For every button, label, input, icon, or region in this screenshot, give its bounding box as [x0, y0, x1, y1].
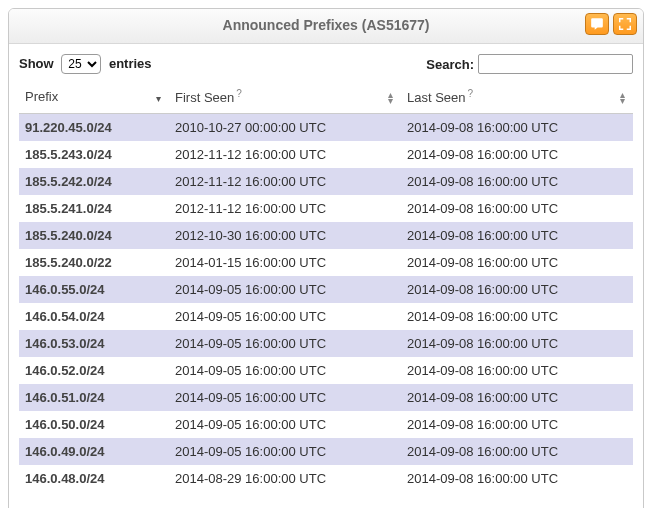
- expand-icon: [618, 17, 632, 31]
- table-row: 146.0.51.0/242014-09-05 16:00:00 UTC2014…: [19, 384, 633, 411]
- last-seen-cell: 2014-09-08 16:00:00 UTC: [401, 195, 633, 222]
- last-seen-cell: 2014-09-08 16:00:00 UTC: [401, 249, 633, 276]
- length-control: Show 25 entries: [19, 54, 152, 74]
- last-seen-cell: 2014-09-08 16:00:00 UTC: [401, 465, 633, 492]
- last-seen-cell: 2014-09-08 16:00:00 UTC: [401, 168, 633, 195]
- table-controls: Show 25 entries Search:: [19, 54, 633, 74]
- column-label: Last Seen: [407, 90, 466, 105]
- table-row: 146.0.50.0/242014-09-05 16:00:00 UTC2014…: [19, 411, 633, 438]
- first-seen-cell: 2012-11-12 16:00:00 UTC: [169, 141, 401, 168]
- last-seen-cell: 2014-09-08 16:00:00 UTC: [401, 411, 633, 438]
- first-seen-cell: 2010-10-27 00:00:00 UTC: [169, 114, 401, 142]
- comment-button[interactable]: [585, 13, 609, 35]
- first-seen-cell: 2014-09-05 16:00:00 UTC: [169, 384, 401, 411]
- prefix-cell[interactable]: 185.5.243.0/24: [19, 141, 169, 168]
- panel-body: Show 25 entries Search: Prefix: [9, 44, 643, 498]
- first-seen-cell: 2014-09-05 16:00:00 UTC: [169, 357, 401, 384]
- prefix-cell[interactable]: 146.0.53.0/24: [19, 330, 169, 357]
- prefix-cell[interactable]: 185.5.242.0/24: [19, 168, 169, 195]
- panel-header: Announced Prefixes (AS51677): [9, 9, 643, 44]
- column-header-first-seen[interactable]: First Seen?: [169, 82, 401, 114]
- prefix-cell[interactable]: 146.0.54.0/24: [19, 303, 169, 330]
- prefix-cell[interactable]: 185.5.241.0/24: [19, 195, 169, 222]
- table-row: 185.5.240.0/242012-10-30 16:00:00 UTC201…: [19, 222, 633, 249]
- table-row: 185.5.240.0/222014-01-15 16:00:00 UTC201…: [19, 249, 633, 276]
- first-seen-cell: 2012-11-12 16:00:00 UTC: [169, 168, 401, 195]
- panel-title: Announced Prefixes (AS51677): [223, 17, 430, 33]
- column-header-last-seen[interactable]: Last Seen?: [401, 82, 633, 114]
- announced-prefixes-panel: Announced Prefixes (AS51677) Show 25 ent: [8, 8, 644, 508]
- first-seen-cell: 2014-09-05 16:00:00 UTC: [169, 411, 401, 438]
- column-label: First Seen: [175, 90, 234, 105]
- last-seen-cell: 2014-09-08 16:00:00 UTC: [401, 114, 633, 142]
- first-seen-cell: 2014-09-05 16:00:00 UTC: [169, 276, 401, 303]
- last-seen-cell: 2014-09-08 16:00:00 UTC: [401, 438, 633, 465]
- first-seen-cell: 2012-11-12 16:00:00 UTC: [169, 195, 401, 222]
- sort-both-icon: [388, 92, 393, 104]
- help-icon[interactable]: ?: [468, 88, 474, 99]
- prefix-cell[interactable]: 146.0.51.0/24: [19, 384, 169, 411]
- search-label: Search:: [426, 57, 474, 72]
- table-row: 146.0.55.0/242014-09-05 16:00:00 UTC2014…: [19, 276, 633, 303]
- prefix-cell[interactable]: 146.0.52.0/24: [19, 357, 169, 384]
- table-row: 146.0.53.0/242014-09-05 16:00:00 UTC2014…: [19, 330, 633, 357]
- search-control: Search:: [426, 54, 633, 74]
- show-label-after: entries: [109, 56, 152, 71]
- table-row: 185.5.241.0/242012-11-12 16:00:00 UTC201…: [19, 195, 633, 222]
- prefix-cell[interactable]: 146.0.55.0/24: [19, 276, 169, 303]
- sort-both-icon: [620, 92, 625, 104]
- table-row: 146.0.52.0/242014-09-05 16:00:00 UTC2014…: [19, 357, 633, 384]
- first-seen-cell: 2014-09-05 16:00:00 UTC: [169, 438, 401, 465]
- last-seen-cell: 2014-09-08 16:00:00 UTC: [401, 384, 633, 411]
- prefix-cell[interactable]: 91.220.45.0/24: [19, 114, 169, 142]
- first-seen-cell: 2014-09-05 16:00:00 UTC: [169, 330, 401, 357]
- prefixes-table: Prefix First Seen? Last Seen? 91.220.45.…: [19, 82, 633, 492]
- table-row: 91.220.45.0/242010-10-27 00:00:00 UTC201…: [19, 114, 633, 142]
- fullscreen-button[interactable]: [613, 13, 637, 35]
- last-seen-cell: 2014-09-08 16:00:00 UTC: [401, 276, 633, 303]
- table-row: 146.0.49.0/242014-09-05 16:00:00 UTC2014…: [19, 438, 633, 465]
- table-row: 146.0.54.0/242014-09-05 16:00:00 UTC2014…: [19, 303, 633, 330]
- table-row: 185.5.242.0/242012-11-12 16:00:00 UTC201…: [19, 168, 633, 195]
- column-header-prefix[interactable]: Prefix: [19, 82, 169, 114]
- column-label: Prefix: [25, 89, 58, 104]
- last-seen-cell: 2014-09-08 16:00:00 UTC: [401, 357, 633, 384]
- first-seen-cell: 2014-08-29 16:00:00 UTC: [169, 465, 401, 492]
- length-select[interactable]: 25: [61, 54, 101, 74]
- prefix-cell[interactable]: 185.5.240.0/22: [19, 249, 169, 276]
- table-row: 146.0.48.0/242014-08-29 16:00:00 UTC2014…: [19, 465, 633, 492]
- first-seen-cell: 2014-01-15 16:00:00 UTC: [169, 249, 401, 276]
- first-seen-cell: 2012-10-30 16:00:00 UTC: [169, 222, 401, 249]
- table-row: 185.5.243.0/242012-11-12 16:00:00 UTC201…: [19, 141, 633, 168]
- last-seen-cell: 2014-09-08 16:00:00 UTC: [401, 141, 633, 168]
- panel-footer: Showing 1 to 14 of 14 entries ‹ ›: [9, 498, 643, 508]
- prefix-cell[interactable]: 146.0.50.0/24: [19, 411, 169, 438]
- speech-bubble-icon: [590, 17, 604, 31]
- prefix-cell[interactable]: 185.5.240.0/24: [19, 222, 169, 249]
- last-seen-cell: 2014-09-08 16:00:00 UTC: [401, 222, 633, 249]
- sort-desc-icon: [156, 92, 161, 103]
- last-seen-cell: 2014-09-08 16:00:00 UTC: [401, 330, 633, 357]
- help-icon[interactable]: ?: [236, 88, 242, 99]
- table-header-row: Prefix First Seen? Last Seen?: [19, 82, 633, 114]
- prefix-cell[interactable]: 146.0.49.0/24: [19, 438, 169, 465]
- search-input[interactable]: [478, 54, 633, 74]
- show-label-before: Show: [19, 56, 54, 71]
- panel-toolbar: [585, 13, 637, 35]
- first-seen-cell: 2014-09-05 16:00:00 UTC: [169, 303, 401, 330]
- last-seen-cell: 2014-09-08 16:00:00 UTC: [401, 303, 633, 330]
- prefix-cell[interactable]: 146.0.48.0/24: [19, 465, 169, 492]
